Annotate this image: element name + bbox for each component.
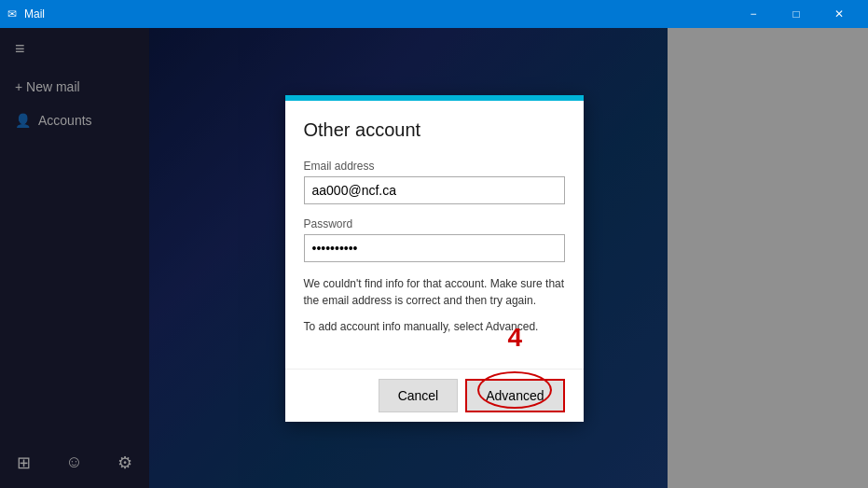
other-account-dialog: ✕ Other account Email address Password W…	[285, 95, 584, 422]
advanced-button[interactable]: Advanced	[465, 379, 564, 412]
modal-overlay: ✕ Other account Email address Password W…	[0, 28, 868, 488]
title-bar-left: ✉ Mail	[7, 7, 45, 21]
dialog-title: Other account	[304, 119, 565, 141]
cancel-button[interactable]: Cancel	[379, 379, 459, 412]
close-button[interactable]: ✕	[818, 0, 861, 28]
email-input[interactable]	[304, 176, 565, 204]
minimize-button[interactable]: −	[732, 0, 775, 28]
dialog-body: Other account Email address Password We …	[285, 101, 584, 369]
title-bar: ✉ Mail − □ ✕	[0, 0, 868, 28]
title-bar-controls: − □ ✕	[732, 0, 861, 28]
dialog-close-button[interactable]: ✕	[553, 97, 584, 122]
app-title: Mail	[24, 7, 45, 21]
hint-message: To add account info manually, select Adv…	[304, 318, 565, 335]
maximize-button[interactable]: □	[775, 0, 818, 28]
password-label: Password	[304, 217, 565, 230]
error-message: We couldn't find info for that account. …	[304, 275, 565, 309]
dialog-footer: Cancel 4 Advanced	[285, 369, 584, 422]
email-label: Email address	[304, 160, 565, 173]
password-input[interactable]	[304, 234, 565, 262]
advanced-button-wrapper: 4 Advanced	[465, 379, 564, 412]
app-icon: ✉	[7, 7, 17, 21]
